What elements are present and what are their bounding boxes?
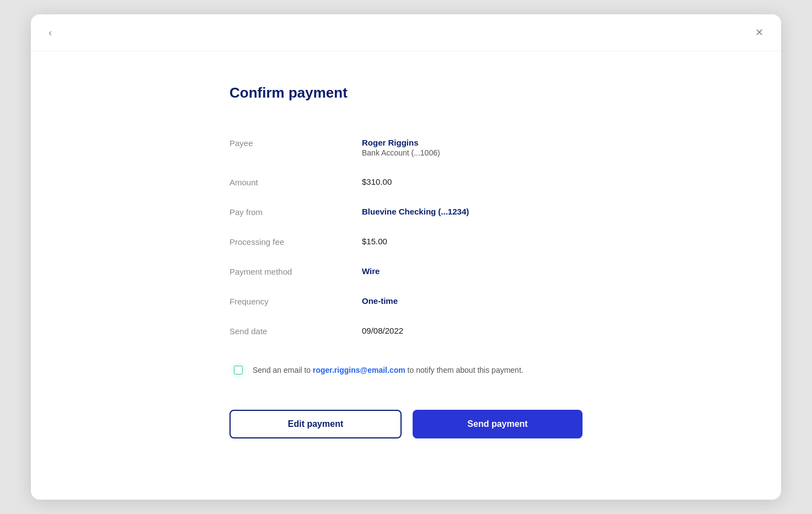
- label-send-date: Send date: [229, 326, 362, 336]
- value-processing-fee: $15.00: [362, 237, 583, 246]
- detail-row-processing-fee: Processing fee $15.00: [229, 227, 583, 256]
- checkbox-wrapper: [229, 361, 247, 379]
- value-payment-method: Wire: [362, 266, 583, 276]
- email-address-link[interactable]: roger.riggins@email.com: [313, 366, 405, 374]
- detail-row-pay-from: Pay from Bluevine Checking (...1234): [229, 197, 583, 227]
- back-button[interactable]: ‹: [46, 25, 54, 41]
- label-processing-fee: Processing fee: [229, 237, 362, 247]
- edit-payment-button[interactable]: Edit payment: [229, 410, 402, 438]
- email-prefix: Send an email to: [253, 366, 313, 374]
- detail-row-payment-method: Payment method Wire: [229, 256, 583, 286]
- email-notification-checkbox[interactable]: [234, 366, 243, 374]
- label-amount: Amount: [229, 177, 362, 187]
- window-content: Confirm payment Payee Roger Riggins Bank…: [31, 51, 781, 500]
- email-suffix: to notify them about this payment.: [405, 366, 523, 374]
- label-payee: Payee: [229, 138, 362, 148]
- details-container: Payee Roger Riggins Bank Account (...100…: [229, 128, 583, 405]
- detail-row-amount: Amount $310.00: [229, 167, 583, 197]
- label-payment-method: Payment method: [229, 266, 362, 276]
- value-send-date: 09/08/2022: [362, 326, 583, 335]
- value-pay-from: Bluevine Checking (...1234): [362, 207, 583, 216]
- button-row: Edit payment Send payment: [229, 410, 583, 438]
- page-title: Confirm payment: [229, 84, 348, 101]
- label-frequency: Frequency: [229, 296, 362, 306]
- email-notification-label: Send an email to roger.riggins@email.com…: [253, 366, 523, 374]
- detail-row-payee: Payee Roger Riggins Bank Account (...100…: [229, 128, 583, 167]
- email-notification-row: Send an email to roger.riggins@email.com…: [229, 361, 583, 379]
- detail-row-frequency: Frequency One-time: [229, 286, 583, 316]
- send-payment-button[interactable]: Send payment: [413, 410, 583, 438]
- value-frequency: One-time: [362, 296, 583, 306]
- window-header: ‹ ✕: [31, 14, 781, 51]
- label-pay-from: Pay from: [229, 207, 362, 217]
- detail-row-send-date: Send date 09/08/2022: [229, 316, 583, 346]
- value-amount: $310.00: [362, 177, 583, 186]
- modal-window: ‹ ✕ Confirm payment Payee Roger Riggins …: [31, 14, 781, 500]
- close-button[interactable]: ✕: [753, 24, 766, 41]
- value-payee: Roger Riggins Bank Account (...1006): [362, 138, 583, 157]
